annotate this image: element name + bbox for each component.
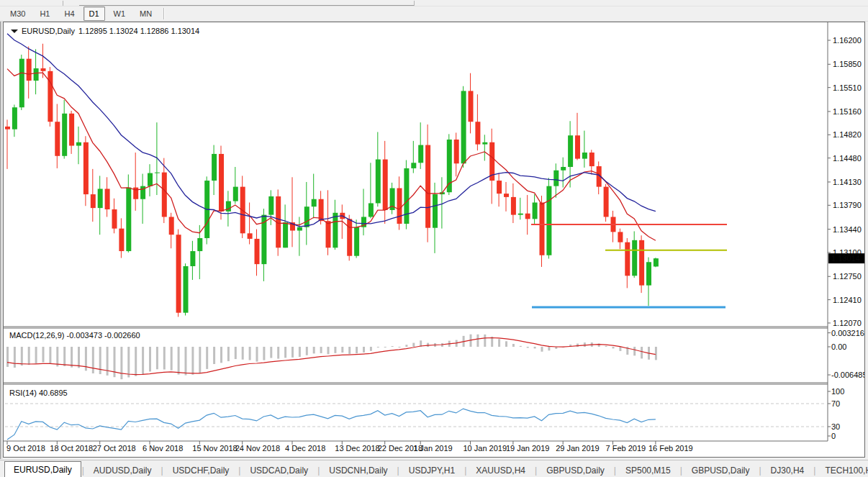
svg-text:4 Dec 2018: 4 Dec 2018 — [285, 444, 325, 453]
svg-text:1.12750: 1.12750 — [833, 272, 862, 281]
svg-text:1.15510: 1.15510 — [833, 83, 862, 92]
svg-text:29 Jan 2019: 29 Jan 2019 — [556, 444, 600, 453]
chart-title: EURUSD,Daily — [22, 27, 75, 35]
rsi-label: RSI(14) 40.6895 — [9, 389, 68, 397]
chart-tab-gbpusd-daily[interactable]: GBPUSD,Daily — [538, 463, 613, 477]
svg-text:1 Jan 2019: 1 Jan 2019 — [413, 444, 452, 453]
svg-text:1.15160: 1.15160 — [833, 107, 862, 116]
svg-text:30: 30 — [831, 422, 840, 431]
moving-averages — [7, 34, 656, 241]
svg-text:-0.006485: -0.006485 — [831, 371, 864, 379]
chart-tab-xauusd-h4[interactable]: XAUUSD,H4 — [467, 463, 534, 477]
chart-tabbar: EURUSD,Daily|AUDUSD,Daily|USDCHF,Daily|U… — [0, 460, 868, 477]
chart-tab-audusd-daily[interactable]: AUDUSD,Daily — [85, 463, 161, 477]
mdi-frame-edge-light — [1, 22, 2, 459]
svg-text:9 Oct 2018: 9 Oct 2018 — [6, 444, 45, 453]
macd-histogram — [6, 335, 657, 379]
price-axis[interactable]: 1.162001.158501.155101.151601.148201.144… — [828, 36, 864, 440]
timeframe-button-h1[interactable]: H1 — [34, 6, 55, 21]
timeframe-button-w1[interactable]: W1 — [108, 6, 132, 21]
terminal-root: { "toolbar": { "timeframes": [ {"label":… — [0, 0, 868, 477]
svg-text:6 Nov 2018: 6 Nov 2018 — [143, 444, 183, 453]
chart-ohlc-values: 1.12895 1.13024 1.12886 1.13014 — [78, 27, 199, 35]
chart-tab-usdjpy-h1[interactable]: USDJPY,H1 — [400, 463, 464, 477]
macd-label: MACD(12,26,9) -0.003473 -0.002660 — [9, 331, 140, 340]
chart-tab-usdchf-daily[interactable]: USDCHF,Daily — [164, 463, 238, 477]
svg-text:1.12410: 1.12410 — [833, 296, 862, 304]
svg-text:18 Oct 2018: 18 Oct 2018 — [50, 444, 93, 453]
svg-text:27 Oct 2018: 27 Oct 2018 — [93, 444, 136, 453]
svg-text:1.15850: 1.15850 — [833, 60, 862, 68]
timeframe-button-h4[interactable]: H4 — [58, 6, 80, 21]
svg-text:1.14820: 1.14820 — [833, 130, 862, 139]
chart-tab-usdcad-daily[interactable]: USDCAD,Daily — [241, 463, 317, 477]
chart-tab-tech100-h1[interactable]: TECH100,H1 — [816, 463, 868, 477]
timeframe-toolbar: M30H1H4D1W1MN — [0, 6, 868, 22]
timeframe-button-mn[interactable]: MN — [134, 6, 158, 21]
chart-tab-dj30-h4[interactable]: DJ30,H4 — [762, 463, 813, 477]
toolbar-groove — [163, 8, 165, 19]
svg-text:100: 100 — [831, 387, 844, 396]
svg-text:24 Nov 2018: 24 Nov 2018 — [235, 444, 280, 453]
svg-text:19 Jan 2019: 19 Jan 2019 — [506, 444, 550, 453]
svg-text:1.13790: 1.13790 — [833, 201, 862, 209]
svg-text:0: 0 — [831, 432, 836, 440]
timeframe-button-d1[interactable]: D1 — [83, 6, 105, 21]
mdi-frame-edge — [0, 22, 1, 459]
toolbar-edge — [79, 5, 414, 6]
chart-tab-gbpusd-daily[interactable]: GBPUSD,Daily — [683, 463, 759, 477]
chart-quick-menu-icon[interactable] — [11, 29, 18, 33]
toolbar-separator — [63, 1, 63, 6]
svg-text:0.003216: 0.003216 — [831, 329, 864, 337]
svg-text:1.14130: 1.14130 — [833, 178, 862, 186]
svg-text:16 Feb 2019: 16 Feb 2019 — [648, 444, 693, 453]
chart-tab-sp500-m15[interactable]: SP500,M15 — [617, 463, 679, 477]
upper-toolbar-remnant — [0, 0, 868, 6]
svg-text:0.00: 0.00 — [831, 342, 846, 351]
svg-text:13 Dec 2018: 13 Dec 2018 — [335, 444, 379, 453]
svg-text:7 Feb 2019: 7 Feb 2019 — [606, 444, 646, 453]
date-axis[interactable]: 9 Oct 201818 Oct 201827 Oct 20186 Nov 20… — [6, 441, 693, 453]
price-chart[interactable]: 1.162001.158501.155101.151601.148201.144… — [4, 22, 864, 457]
timeframe-button-m30[interactable]: M30 — [4, 6, 31, 21]
rsi-line — [7, 409, 656, 440]
svg-text:70: 70 — [831, 399, 840, 408]
svg-text:1.13440: 1.13440 — [833, 225, 862, 234]
svg-text:15 Nov 2018: 15 Nov 2018 — [192, 444, 237, 453]
svg-text:1.12070: 1.12070 — [833, 319, 862, 327]
chart-tab-usdcnh-daily[interactable]: USDCNH,Daily — [320, 463, 396, 477]
chart-window[interactable]: 1.162001.158501.155101.151601.148201.144… — [3, 22, 865, 458]
svg-text:1.16200: 1.16200 — [833, 36, 862, 45]
svg-text:10 Jan 2019: 10 Jan 2019 — [464, 444, 507, 453]
svg-text:1.14480: 1.14480 — [833, 154, 862, 163]
chart-tab-eurusd-daily[interactable]: EURUSD,Daily — [4, 461, 81, 477]
toolbar-separator — [414, 1, 415, 6]
current-price-badge: 1.13014 — [831, 254, 860, 263]
macd-signal-line — [7, 338, 656, 375]
